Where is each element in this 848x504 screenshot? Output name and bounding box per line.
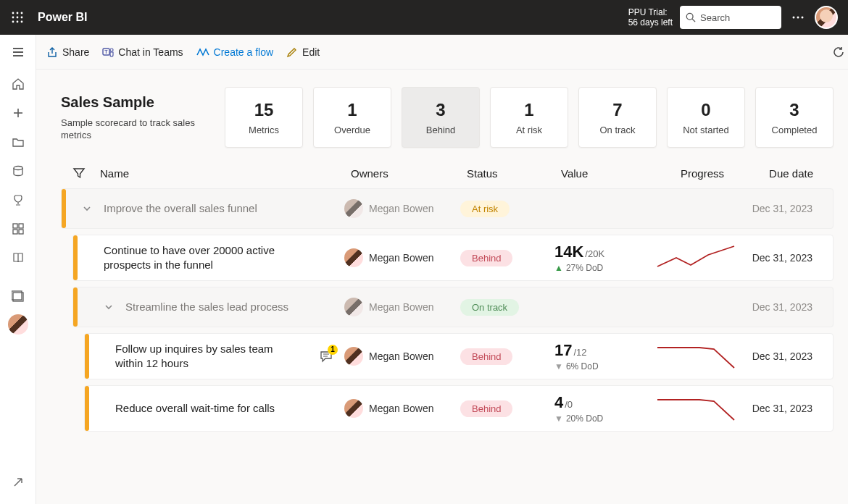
svg-point-0 [12, 12, 14, 14]
svg-point-7 [17, 21, 19, 23]
table-row[interactable]: Reduce overall wait-time for calls Megan… [84, 385, 834, 432]
summary-label: Behind [426, 125, 455, 135]
col-progress[interactable]: Progress [648, 167, 757, 180]
col-due[interactable]: Due date [757, 167, 834, 180]
summary-value: 15 [254, 100, 274, 120]
share-button[interactable]: Share [46, 46, 89, 58]
refresh-button[interactable] [832, 46, 845, 59]
svg-point-19 [14, 167, 22, 170]
value-target: /20K [585, 248, 604, 259]
summary-card-behind[interactable]: 3Behind [402, 87, 480, 148]
due-date: Dec 31, 2023 [750, 301, 833, 313]
summary-card-at-risk[interactable]: 1At risk [490, 87, 568, 148]
summary-value: 1 [347, 100, 357, 120]
table-row[interactable]: Streamline the sales lead process Megan … [72, 287, 834, 327]
trial-status: PPU Trial: 56 days left [628, 7, 673, 28]
metrics-icon[interactable] [0, 185, 36, 214]
col-value[interactable]: Value [561, 167, 648, 180]
summary-card-on-track[interactable]: 7On track [578, 87, 657, 148]
summary-label: At risk [516, 125, 542, 135]
col-owners[interactable]: Owners [351, 167, 467, 180]
col-status[interactable]: Status [467, 167, 561, 180]
summary-value: 0 [701, 100, 710, 120]
table-row[interactable]: Follow up inquires by sales team within … [84, 333, 834, 379]
owner-name: Megan Bowen [369, 403, 434, 414]
summary-label: Completed [772, 125, 818, 135]
filter-icon[interactable] [72, 167, 86, 180]
chevron-down-icon[interactable] [104, 302, 114, 312]
app-launcher-icon[interactable] [0, 12, 35, 23]
svg-point-2 [21, 12, 23, 14]
chat-teams-button[interactable]: T Chat in Teams [102, 46, 183, 58]
summary-value: 1 [524, 100, 533, 120]
workspaces-icon[interactable] [0, 282, 36, 311]
svg-point-11 [793, 17, 795, 19]
more-icon[interactable] [791, 11, 805, 24]
sparkline [656, 245, 736, 271]
chevron-down-icon[interactable] [82, 203, 92, 214]
svg-point-9 [686, 13, 693, 20]
table-row[interactable]: Continue to have over 20000 active prosp… [72, 235, 834, 281]
summary-label: Overdue [334, 125, 370, 135]
learn-icon[interactable] [0, 243, 36, 272]
sparkline [656, 343, 736, 369]
metric-name: Streamline the sales lead process [125, 300, 288, 314]
browse-icon[interactable] [0, 127, 36, 156]
create-flow-button[interactable]: Create a flow [196, 46, 273, 58]
status-badge: At risk [460, 201, 510, 217]
summary-card-overdue[interactable]: 1Overdue [313, 87, 391, 148]
value-main: 17 [554, 341, 572, 359]
owner-name: Megan Bowen [369, 350, 434, 362]
due-date: Dec 31, 2023 [750, 350, 833, 362]
user-avatar[interactable] [815, 6, 838, 29]
svg-point-3 [12, 17, 14, 19]
svg-point-5 [21, 17, 23, 19]
due-date: Dec 31, 2023 [750, 203, 833, 214]
summary-value: 7 [612, 100, 622, 120]
value-delta: ▼20% DoD [554, 413, 641, 424]
search-icon [686, 12, 696, 22]
value-main: 4 [554, 393, 563, 411]
search-input[interactable]: Search [680, 6, 781, 29]
metric-name: Reduce overall wait-time for calls [115, 401, 275, 416]
svg-point-4 [17, 17, 19, 19]
col-name[interactable]: Name [100, 167, 129, 180]
value-delta: ▲27% DoD [554, 263, 641, 273]
edit-button[interactable]: Edit [286, 46, 320, 58]
home-icon[interactable] [0, 70, 36, 98]
owner-avatar [344, 399, 363, 418]
summary-card-completed[interactable]: 3Completed [755, 87, 834, 148]
value-target: /0 [565, 399, 573, 410]
metric-name: Improve the overall sales funnel [104, 201, 257, 216]
sparkline [656, 395, 736, 421]
summary-card-not-started[interactable]: 0Not started [667, 87, 745, 148]
apps-icon[interactable] [0, 214, 36, 243]
value-main: 14K [554, 243, 583, 261]
create-icon[interactable] [0, 98, 36, 127]
summary-card-metrics[interactable]: 15Metrics [225, 87, 303, 148]
owner-avatar [344, 347, 363, 366]
owner-name: Megan Bowen [369, 252, 434, 264]
metric-name: Follow up inquires by sales team within … [115, 342, 304, 371]
value-target: /12 [573, 347, 586, 358]
summary-label: On track [599, 125, 635, 135]
svg-text:T: T [105, 49, 109, 54]
status-badge: Behind [460, 348, 512, 365]
note-icon[interactable]: 1 [320, 350, 333, 363]
datahub-icon[interactable] [0, 156, 36, 185]
value-delta: ▼6% DoD [554, 361, 641, 371]
owner-avatar [344, 199, 363, 218]
svg-point-8 [21, 21, 23, 23]
expand-rail-icon[interactable] [0, 468, 36, 497]
app-brand: Power BI [38, 11, 87, 24]
workspace-avatar[interactable] [0, 311, 36, 340]
summary-label: Not started [683, 125, 729, 135]
svg-rect-20 [13, 224, 17, 228]
table-row[interactable]: Improve the overall sales funnel Megan B… [61, 188, 834, 229]
status-badge: On track [460, 299, 519, 316]
svg-point-1 [17, 12, 19, 14]
nav-toggle[interactable] [0, 35, 36, 70]
page-title: Sales Sample [61, 94, 213, 111]
owner-avatar [344, 298, 363, 316]
svg-rect-21 [19, 224, 23, 228]
